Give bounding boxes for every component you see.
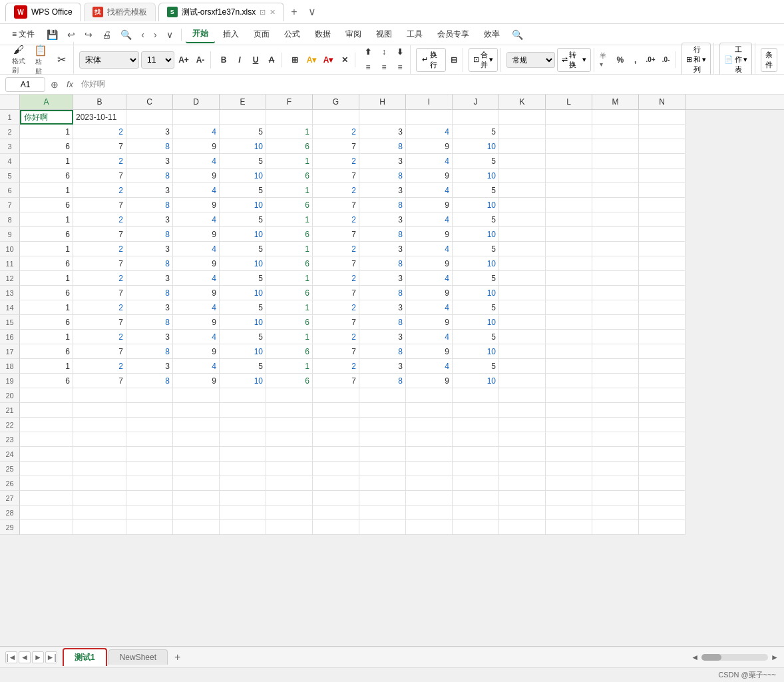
cell[interactable] — [406, 476, 453, 491]
cell[interactable] — [592, 476, 639, 491]
cell[interactable]: 6 — [20, 315, 73, 330]
cell[interactable]: 10 — [220, 374, 266, 388]
cell[interactable]: 8 — [126, 198, 173, 212]
scroll-left-icon[interactable]: ◄ — [691, 653, 699, 662]
cell[interactable]: 8 — [126, 139, 173, 154]
cell[interactable] — [359, 506, 406, 520]
cell[interactable] — [499, 520, 546, 535]
cell[interactable]: 4 — [173, 330, 220, 344]
cell[interactable] — [406, 403, 453, 418]
decimal-decrease-button[interactable]: .0- — [659, 53, 673, 67]
cell[interactable] — [639, 139, 686, 154]
cell[interactable] — [499, 447, 546, 462]
underline-button[interactable]: U — [248, 53, 263, 67]
menu-search-icon[interactable]: 🔍 — [508, 27, 527, 43]
cell[interactable]: 6 — [266, 286, 313, 300]
align-more-button[interactable]: ⊟ — [448, 53, 460, 67]
cell[interactable] — [220, 447, 266, 462]
cell[interactable] — [126, 110, 173, 125]
cell[interactable] — [359, 462, 406, 476]
cell[interactable]: 9 — [406, 374, 453, 388]
cell[interactable] — [639, 359, 686, 374]
cell[interactable] — [266, 520, 313, 535]
cell[interactable]: 8 — [359, 169, 406, 183]
cell[interactable] — [73, 388, 126, 403]
cell[interactable] — [546, 227, 592, 242]
cell[interactable]: 5 — [453, 125, 499, 139]
col-header-f[interactable]: F — [266, 95, 313, 109]
menu-tab-insert[interactable]: 插入 — [216, 26, 246, 43]
cell[interactable]: 9 — [406, 169, 453, 183]
menu-file[interactable]: ≡ 文件 — [5, 26, 41, 43]
sheet-tab-newsheet[interactable]: NewSheet — [108, 649, 168, 665]
cell[interactable]: 10 — [453, 169, 499, 183]
cell[interactable]: 5 — [220, 330, 266, 344]
cell[interactable]: 3 — [126, 300, 173, 315]
cell[interactable]: 10 — [453, 374, 499, 388]
cell[interactable]: 5 — [220, 300, 266, 315]
cell[interactable] — [359, 403, 406, 418]
cell[interactable]: 3 — [359, 330, 406, 344]
cell[interactable]: 9 — [173, 169, 220, 183]
cell[interactable] — [639, 125, 686, 139]
cell[interactable] — [453, 403, 499, 418]
cell[interactable]: 2 — [73, 212, 126, 227]
cell[interactable] — [592, 506, 639, 520]
font-family-select[interactable]: 宋体 — [79, 51, 139, 69]
cell[interactable]: 3 — [359, 183, 406, 198]
comma-button[interactable]: , — [628, 53, 642, 67]
cell[interactable]: 6 — [266, 374, 313, 388]
cell[interactable]: 8 — [359, 344, 406, 359]
cell[interactable] — [126, 506, 173, 520]
cell[interactable]: 7 — [313, 256, 359, 271]
cell[interactable] — [313, 403, 359, 418]
menu-zoom-icon[interactable]: 🔍 — [116, 27, 136, 43]
sheet-nav-prev-button[interactable]: ◄ — [19, 651, 31, 663]
cell[interactable]: 1 — [266, 242, 313, 256]
cell[interactable] — [453, 462, 499, 476]
cell[interactable] — [499, 286, 546, 300]
cell[interactable]: 3 — [126, 242, 173, 256]
cell[interactable]: 2 — [313, 271, 359, 286]
fill-color-button[interactable]: A▾ — [304, 53, 319, 67]
cell[interactable] — [546, 139, 592, 154]
cell[interactable] — [639, 315, 686, 330]
cell[interactable] — [639, 403, 686, 418]
cell[interactable]: 1 — [266, 154, 313, 169]
cell[interactable]: 1 — [20, 359, 73, 374]
cell[interactable] — [359, 520, 406, 535]
cell[interactable]: 8 — [126, 169, 173, 183]
tab-template[interactable]: 找 找稻壳模板 — [84, 3, 156, 21]
cell[interactable]: 7 — [313, 286, 359, 300]
cell[interactable]: 7 — [313, 227, 359, 242]
cell[interactable] — [499, 359, 546, 374]
cell[interactable] — [73, 462, 126, 476]
menu-tab-data[interactable]: 数据 — [308, 26, 337, 43]
cell[interactable] — [313, 462, 359, 476]
cell[interactable] — [220, 418, 266, 432]
cell[interactable] — [266, 462, 313, 476]
cell[interactable] — [313, 476, 359, 491]
cell[interactable] — [73, 491, 126, 506]
cell[interactable]: 7 — [73, 315, 126, 330]
cell[interactable]: 6 — [20, 169, 73, 183]
cell[interactable] — [499, 242, 546, 256]
cell[interactable] — [173, 476, 220, 491]
cell[interactable]: 9 — [406, 315, 453, 330]
cell[interactable] — [499, 388, 546, 403]
cell[interactable]: 3 — [359, 242, 406, 256]
menu-tab-member[interactable]: 会员专享 — [431, 26, 476, 43]
tab-wps[interactable]: W WPS Office — [5, 3, 81, 21]
cell[interactable]: 10 — [220, 227, 266, 242]
font-size-select[interactable]: 11 — [141, 51, 174, 69]
cell[interactable]: 5 — [220, 359, 266, 374]
col-header-a[interactable]: A — [20, 95, 73, 109]
cell[interactable]: 5 — [453, 359, 499, 374]
cell[interactable]: 7 — [73, 227, 126, 242]
cell[interactable]: 1 — [20, 212, 73, 227]
cell[interactable]: 5 — [220, 125, 266, 139]
cell[interactable]: 1 — [20, 154, 73, 169]
menu-tab-start[interactable]: 开始 — [186, 25, 215, 43]
cell[interactable]: 4 — [406, 183, 453, 198]
cell[interactable] — [453, 432, 499, 447]
